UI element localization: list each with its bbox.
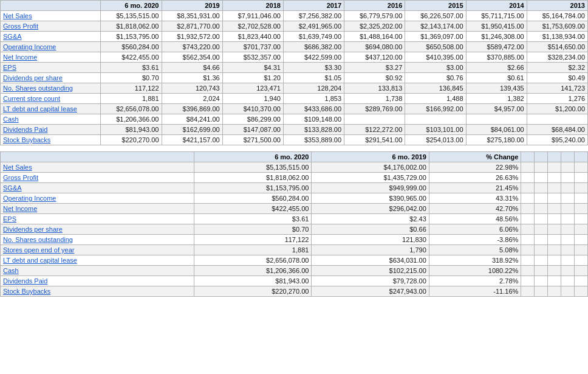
cell-value: $5,711,715.00: [466, 11, 527, 21]
row-label[interactable]: Net Income: [1, 204, 194, 214]
row-label[interactable]: Gross Profit: [1, 21, 101, 32]
cell-value: [575, 224, 588, 235]
cell-value: [521, 173, 535, 183]
change-value: 21.45%: [429, 183, 521, 193]
cell-value: 117,122: [194, 235, 312, 245]
row-label[interactable]: Dividends Paid: [1, 276, 194, 286]
cell-value: $1,818,062.00: [101, 21, 162, 32]
cell-value: $1,435,729.00: [312, 173, 429, 183]
row-label[interactable]: Dividends per share: [1, 224, 194, 235]
financial-table-1: 6 mo. 2020 2019 2018 2017 2016 2015 2014…: [0, 0, 588, 145]
cell-value: $247,943.00: [312, 286, 429, 297]
cell-value: 1,853: [283, 94, 344, 104]
change-value: 22.98%: [429, 162, 521, 173]
cell-value: $3.30: [283, 63, 344, 73]
cell-value: $1,246,308.00: [466, 32, 527, 42]
cell-value: [535, 204, 548, 214]
cell-value: $162,699.00: [162, 125, 222, 135]
cell-value: $2,656,078.00: [194, 255, 312, 266]
row-label[interactable]: Stock Buybacks: [1, 286, 194, 297]
cell-value: [561, 266, 575, 276]
cell-value: $2,491,965.00: [283, 21, 344, 32]
row-label[interactable]: Operating Income: [1, 193, 194, 204]
row-label[interactable]: No. Shares outstanding: [1, 235, 194, 245]
row-label[interactable]: EPS: [1, 214, 194, 224]
cell-value: [575, 255, 588, 266]
cell-value: [521, 183, 535, 193]
row-label[interactable]: Cash: [1, 266, 194, 276]
cell-value: [535, 255, 548, 266]
cell-value: $562,354.00: [162, 52, 222, 63]
cell-value: $0.70: [194, 224, 312, 235]
change-value: 318.92%: [429, 255, 521, 266]
cell-value: $532,357.00: [222, 52, 283, 63]
cell-value: [521, 214, 535, 224]
cell-value: [535, 193, 548, 204]
row-label[interactable]: Dividends Paid: [1, 125, 101, 135]
table-row: Gross Profit$1,818,062.00$2,871,770.00$2…: [1, 21, 588, 32]
cell-value: 121,830: [312, 235, 429, 245]
cell-value: [561, 173, 575, 183]
row-label[interactable]: Net Sales: [1, 11, 101, 21]
cell-value: 1,276: [527, 94, 587, 104]
main-container: 6 mo. 2020 2019 2018 2017 2016 2015 2014…: [0, 0, 588, 297]
table-row: Current store count1,8812,0241,9401,8531…: [1, 94, 588, 104]
table-row: Stock Buybacks$220,270.00$247,943.00-11.…: [1, 286, 588, 297]
cell-value: [548, 276, 561, 286]
cell-value: [466, 114, 527, 125]
cell-value: [561, 224, 575, 235]
row-label[interactable]: Stores open end of year: [1, 245, 194, 255]
financial-table-2: 6 mo. 2020 6 mo. 2019 % Change Net Sales…: [0, 151, 588, 297]
cell-value: $1.20: [222, 73, 283, 83]
row-label[interactable]: Gross Profit: [1, 173, 194, 183]
table-row: Dividends per share$0.70$0.666.06%: [1, 224, 588, 235]
row-label[interactable]: Net Sales: [1, 162, 194, 173]
cell-value: [575, 214, 588, 224]
cell-value: $2,143,174.00: [405, 21, 466, 32]
row-label[interactable]: Current store count: [1, 94, 101, 104]
cell-value: $2,656,078.00: [101, 104, 162, 114]
row-label[interactable]: SG&A: [1, 183, 194, 193]
cell-value: $1,639,749.00: [283, 32, 344, 42]
cell-value: $0.70: [101, 73, 162, 83]
table-row: Gross Profit$1,818,062.00$1,435,729.0026…: [1, 173, 588, 183]
cell-value: $2.66: [466, 63, 527, 73]
row-label[interactable]: Net Income: [1, 52, 101, 63]
cell-value: $634,031.00: [312, 255, 429, 266]
cell-value: $79,728.00: [312, 276, 429, 286]
cell-value: $396,869.00: [162, 104, 222, 114]
row-label[interactable]: LT debt and capital lease: [1, 104, 101, 114]
row-label[interactable]: Operating Income: [1, 42, 101, 52]
cell-value: $4,176,002.00: [312, 162, 429, 173]
table-row: Cash$1,206,366.00$84,241.00$86,299.00$10…: [1, 114, 588, 125]
cell-value: [521, 162, 535, 173]
cell-value: $560,284.00: [101, 42, 162, 52]
row-label[interactable]: Stock Buybacks: [1, 135, 101, 145]
cell-value: $514,650.00: [527, 42, 587, 52]
cell-value: [535, 214, 548, 224]
cell-value: $2.43: [312, 214, 429, 224]
col-header-2013: 2013: [527, 1, 587, 11]
cell-value: $589,472.00: [466, 42, 527, 52]
row-label[interactable]: LT debt and capital lease: [1, 255, 194, 266]
cell-value: $1,932,572.00: [162, 32, 222, 42]
cell-value: $5,135,515.00: [101, 11, 162, 21]
row-label[interactable]: EPS: [1, 63, 101, 73]
row-label[interactable]: Dividends per share: [1, 73, 101, 83]
cell-value: [521, 276, 535, 286]
cell-value: [548, 193, 561, 204]
row-label[interactable]: Cash: [1, 114, 101, 125]
cell-value: $3.61: [194, 214, 312, 224]
cell-value: $370,885.00: [466, 52, 527, 63]
change-value: 42.70%: [429, 204, 521, 214]
cell-value: $421,157.00: [162, 135, 222, 145]
row-label[interactable]: No. Shares outstanding: [1, 83, 101, 94]
cell-value: $422,455.00: [194, 204, 312, 214]
table-row: Net Sales$5,135,515.00$8,351,931.00$7,91…: [1, 11, 588, 21]
cell-value: $86,299.00: [222, 114, 283, 125]
cell-value: [561, 245, 575, 255]
cell-value: $84,061.00: [466, 125, 527, 135]
cell-value: 2,024: [162, 94, 222, 104]
row-label[interactable]: SG&A: [1, 32, 101, 42]
cell-value: $686,382.00: [283, 42, 344, 52]
